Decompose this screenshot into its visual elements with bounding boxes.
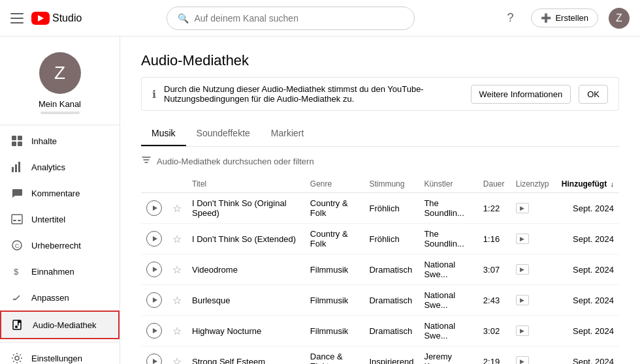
cell-genre-4: Filmmusik [305, 316, 364, 346]
cell-genre-2: Filmmusik [305, 254, 364, 285]
col-header-mood: Stimmung [364, 175, 419, 193]
star-icon-0[interactable]: ☆ [172, 203, 182, 214]
filter-placeholder[interactable]: Audio-Mediathek durchsuchen oder filtern [157, 157, 314, 166]
play-button-2[interactable] [146, 262, 162, 277]
play-button-3[interactable] [146, 292, 162, 308]
cell-license-1: ▶ [511, 224, 556, 254]
play-button-5[interactable] [146, 354, 162, 364]
sidebar-item-kommentare[interactable]: Kommentare [0, 180, 120, 206]
search-icon: 🔍 [178, 13, 189, 23]
play-button-4[interactable] [146, 323, 162, 339]
yt-icon [31, 12, 50, 25]
cell-mood-5: Inspirierend [364, 346, 419, 365]
cell-play-2 [141, 254, 167, 285]
table-container: Titel Genre Stimmung Künstler Dauer Lize… [141, 175, 619, 364]
cell-added-1: Sept. 2024 [556, 224, 619, 254]
menu-button[interactable] [10, 13, 24, 23]
cell-duration-5: 2:19 [478, 346, 511, 365]
inhalte-label: Inhalte [31, 136, 57, 146]
play-button-0[interactable] [146, 200, 162, 216]
table-row: ☆ Burlesque Filmmusik Dramatisch Nationa… [141, 285, 619, 316]
cell-title-1: I Don't Think So (Extended) [187, 224, 305, 254]
topbar-right: ? ➕ Erstellen Z [500, 8, 630, 29]
star-icon-1[interactable]: ☆ [172, 234, 182, 245]
sidebar-item-audio-mediathek[interactable]: Audio-Mediathek [0, 311, 120, 339]
svg-rect-3 [18, 142, 22, 146]
cell-added-3: Sept. 2024 [556, 285, 619, 316]
sidebar-item-analytics[interactable]: Analytics [0, 154, 120, 180]
tab-markiert[interactable]: Markiert [261, 121, 315, 146]
star-icon-2[interactable]: ☆ [172, 264, 182, 275]
cell-license-4: ▶ [511, 316, 556, 346]
cell-star-5: ☆ [167, 346, 187, 365]
col-header-star [167, 175, 187, 193]
content-area: Audio-Mediathek ℹ Durch die Nutzung dies… [120, 37, 640, 364]
kommentare-label: Kommentare [31, 189, 80, 198]
table-body: ☆ I Don't Think So (Original Speed) Coun… [141, 193, 619, 365]
sidebar-item-urheberrecht[interactable]: C Urheberrecht [0, 232, 120, 258]
svg-rect-2 [12, 142, 16, 146]
cell-mood-4: Dramatisch [364, 316, 419, 346]
col-header-genre: Genre [305, 175, 364, 193]
avatar[interactable]: Z [609, 8, 630, 29]
cell-title-2: Videodrome [187, 254, 305, 285]
star-icon-3[interactable]: ☆ [172, 295, 182, 306]
search-input[interactable] [194, 13, 404, 23]
create-button[interactable]: ➕ Erstellen [531, 8, 598, 27]
sidebar-item-inhalte[interactable]: Inhalte [0, 128, 120, 154]
help-button[interactable]: ? [500, 8, 520, 29]
sidebar-item-untertitel[interactable]: Untertitel [0, 206, 120, 232]
table-row: ☆ Highway Nocturne Filmmusik Dramatisch … [141, 316, 619, 346]
star-icon-5[interactable]: ☆ [172, 356, 182, 365]
banner-text: Durch die Nutzung dieser Audio-Mediathek… [164, 84, 463, 104]
tab-musik[interactable]: Musik [141, 121, 186, 146]
svg-text:C: C [15, 243, 20, 249]
svg-rect-5 [15, 164, 17, 172]
col-header-added[interactable]: Hinzugefügt ↓ [556, 175, 619, 193]
play-button-1[interactable] [146, 231, 162, 247]
untertitel-icon [10, 213, 24, 226]
sidebar-profile: Z Mein Kanal [0, 42, 120, 122]
cell-duration-3: 2:43 [478, 285, 511, 316]
cell-duration-4: 3:02 [478, 316, 511, 346]
info-icon: ℹ [152, 88, 156, 100]
cell-artist-0: The Soundlin... [419, 193, 477, 224]
banner-more-button[interactable]: Weitere Informationen [471, 85, 571, 104]
sidebar-item-anpassen[interactable]: Anpassen [0, 284, 120, 311]
cell-title-5: Strong Self Esteem [187, 346, 305, 365]
cell-duration-2: 3:07 [478, 254, 511, 285]
info-banner: ℹ Durch die Nutzung dieser Audio-Mediath… [141, 77, 619, 111]
sidebar-item-einnahmen[interactable]: $ Einnahmen [0, 258, 120, 284]
audio-mediathek-icon [12, 318, 25, 331]
audio-table: Titel Genre Stimmung Künstler Dauer Lize… [141, 175, 619, 364]
youtube-logo: Studio [31, 12, 82, 25]
cell-mood-3: Dramatisch [364, 285, 419, 316]
cell-added-0: Sept. 2024 [556, 193, 619, 224]
profile-bar [40, 112, 80, 114]
banner-ok-button[interactable]: OK [579, 85, 608, 104]
create-label: Erstellen [555, 13, 588, 23]
svg-rect-8 [13, 220, 16, 221]
license-icon-5: ▶ [516, 356, 529, 364]
sidebar-divider [0, 125, 120, 125]
cell-play-4 [141, 316, 167, 346]
col-header-title: Titel [187, 175, 305, 193]
star-icon-4[interactable]: ☆ [172, 326, 182, 337]
col-header-duration: Dauer [478, 175, 511, 193]
anpassen-icon [10, 291, 24, 304]
cell-artist-5: Jeremy Korpas [419, 346, 477, 365]
analytics-label: Analytics [31, 162, 65, 172]
anpassen-label: Anpassen [31, 293, 69, 303]
cell-artist-4: National Swe... [419, 316, 477, 346]
col-header-artist: Künstler [419, 175, 477, 193]
svg-point-16 [15, 356, 19, 360]
cell-title-0: I Don't Think So (Original Speed) [187, 193, 305, 224]
einstellungen-icon [10, 352, 24, 364]
tab-soundeffekte[interactable]: Soundeffekte [186, 121, 261, 146]
svg-rect-9 [18, 220, 21, 221]
cell-star-1: ☆ [167, 224, 187, 254]
license-icon-3: ▶ [516, 295, 529, 305]
license-icon-1: ▶ [516, 234, 529, 244]
sidebar-item-einstellungen[interactable]: Einstellungen [0, 345, 120, 364]
profile-name: Mein Kanal [39, 99, 81, 109]
